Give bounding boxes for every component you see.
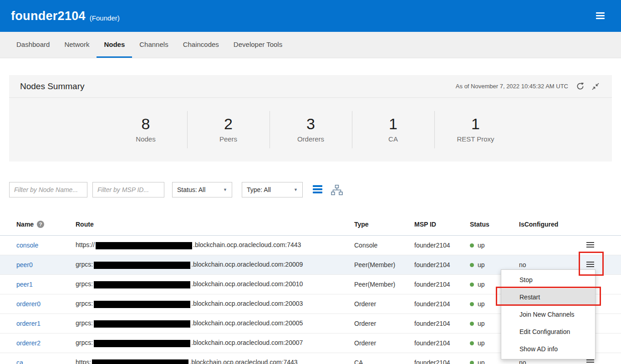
route-prefix: grpcs: xyxy=(76,339,93,346)
node-msp-id: founder2104 xyxy=(414,339,470,347)
chevron-down-icon: ▼ xyxy=(223,187,227,192)
node-route: https://.blockchain.ocp.oraclecloud.com:… xyxy=(76,241,354,249)
node-name-link[interactable]: peer0 xyxy=(16,261,76,268)
status-up-dot xyxy=(470,283,474,287)
type-filter-select[interactable]: Type: All ▼ xyxy=(242,182,303,197)
node-route: grpcs:.blockchain.ocp.oraclecloud.com:20… xyxy=(76,319,354,327)
node-actions-context-menu: Stop Restart Join New Channels Edit Conf… xyxy=(501,269,596,359)
as-of-timestamp: As of November 7, 2022 10:45:32 AM UTC xyxy=(456,83,568,90)
tab-developer-tools[interactable]: Developer Tools xyxy=(226,32,290,58)
panel-title: Nodes Summary xyxy=(20,81,85,91)
node-msp-id: founder2104 xyxy=(414,281,470,288)
nodes-summary-header: Nodes Summary As of November 7, 2022 10:… xyxy=(9,75,612,98)
menu-item-restart[interactable]: Restart xyxy=(501,288,595,306)
status-text: up xyxy=(478,281,485,288)
stat-peers-label: Peers xyxy=(188,135,270,143)
status-text: up xyxy=(478,242,485,249)
node-type: Orderer xyxy=(354,320,414,327)
chevron-down-icon: ▼ xyxy=(294,187,298,192)
column-header-msp-id: MSP ID xyxy=(414,221,470,228)
route-prefix: grpcs: xyxy=(76,261,93,268)
table-row: console https://.blockchain.ocp.oraclecl… xyxy=(0,236,621,255)
route-suffix: .blockchain.ocp.oraclecloud.com:7443 xyxy=(193,241,301,248)
node-name-link[interactable]: orderer1 xyxy=(16,320,76,327)
node-name-link[interactable]: peer1 xyxy=(16,281,76,288)
stat-rest-proxy-label: REST Proxy xyxy=(435,135,517,143)
node-msp-id: founder2104 xyxy=(414,261,470,268)
node-msp-id: founder2104 xyxy=(414,242,470,249)
route-suffix: .blockchain.ocp.oraclecloud.com:20007 xyxy=(191,339,303,346)
tab-dashboard[interactable]: Dashboard xyxy=(9,32,57,58)
stat-nodes-value: 8 xyxy=(105,115,187,133)
row-actions-menu-icon[interactable] xyxy=(586,242,594,249)
status-text: up xyxy=(478,320,485,327)
stat-nodes-label: Nodes xyxy=(105,135,187,143)
collapse-panel-icon[interactable] xyxy=(590,81,601,92)
summary-stats: 8 Nodes 2 Peers 3 Orderers 1 CA 1 REST P… xyxy=(9,98,612,162)
refresh-icon[interactable] xyxy=(575,81,585,92)
tab-chaincodes[interactable]: Chaincodes xyxy=(176,32,226,58)
list-view-icon[interactable] xyxy=(313,185,322,195)
status-up-dot xyxy=(470,341,474,345)
stat-ca: 1 CA xyxy=(352,111,434,149)
menu-item-show-ad-info[interactable]: Show AD info xyxy=(501,340,595,358)
column-header-route: Route xyxy=(76,221,354,228)
stat-ca-value: 1 xyxy=(352,115,434,133)
node-name-link[interactable]: ca xyxy=(16,359,76,364)
menu-item-stop[interactable]: Stop xyxy=(501,271,595,288)
stat-peers-value: 2 xyxy=(188,115,270,133)
node-msp-id: founder2104 xyxy=(414,359,470,364)
route-prefix: grpcs: xyxy=(76,319,93,327)
topology-view-icon[interactable] xyxy=(331,185,343,195)
status-text: up xyxy=(478,339,485,347)
column-header-isconfigured: IsConfigured xyxy=(519,221,575,228)
filter-bar: Status: All ▼ Type: All ▼ xyxy=(9,182,621,197)
row-actions-menu-icon[interactable] xyxy=(586,359,594,364)
global-menu-icon[interactable] xyxy=(596,12,605,20)
stat-nodes: 8 Nodes xyxy=(105,111,187,149)
route-prefix: grpcs: xyxy=(76,280,93,288)
row-actions-menu-icon[interactable] xyxy=(586,262,594,268)
app-subtitle: (Founder) xyxy=(90,10,120,22)
view-toggles xyxy=(313,185,343,195)
node-type: Orderer xyxy=(354,339,414,347)
status-up-dot xyxy=(470,322,474,326)
status-up-dot xyxy=(470,263,474,267)
stat-orderers: 3 Orderers xyxy=(270,111,352,149)
route-suffix: .blockchain.ocp.oraclecloud.com:20003 xyxy=(191,300,303,307)
status-text: up xyxy=(478,300,485,308)
nodes-summary-panel: Nodes Summary As of November 7, 2022 10:… xyxy=(9,75,612,162)
node-name-link[interactable]: orderer2 xyxy=(16,339,76,347)
status-filter-select[interactable]: Status: All ▼ xyxy=(172,182,232,197)
status-filter-value: Status: All xyxy=(177,186,205,193)
node-name-filter-input[interactable] xyxy=(9,182,87,197)
route-prefix: grpcs: xyxy=(76,300,93,307)
node-name-link[interactable]: console xyxy=(16,242,76,249)
node-status: up xyxy=(470,261,519,268)
column-header-type: Type xyxy=(354,221,414,228)
status-up-dot xyxy=(470,243,474,248)
redaction-bar xyxy=(94,262,190,269)
tab-network[interactable]: Network xyxy=(57,32,97,58)
redaction-bar xyxy=(94,301,190,308)
column-header-name: Name ? xyxy=(16,221,76,228)
stat-orderers-value: 3 xyxy=(270,115,352,133)
route-suffix: .blockchain.ocp.oraclecloud.com:20010 xyxy=(191,280,303,288)
type-filter-value: Type: All xyxy=(247,186,271,193)
column-header-name-label: Name xyxy=(16,221,34,228)
node-status: up xyxy=(470,242,519,249)
node-name-link[interactable]: orderer0 xyxy=(16,300,76,308)
msp-id-filter-input[interactable] xyxy=(92,182,164,197)
menu-item-join-new-channels[interactable]: Join New Channels xyxy=(501,306,595,323)
route-suffix: .blockchain.ocp.oraclecloud.com:20005 xyxy=(191,319,303,327)
app-header: founder2104 (Founder) xyxy=(0,0,621,32)
help-icon[interactable]: ? xyxy=(37,221,44,228)
stat-orderers-label: Orderers xyxy=(270,135,352,143)
route-prefix: https: xyxy=(76,359,91,364)
menu-item-edit-configuration[interactable]: Edit Configuration xyxy=(501,323,595,340)
status-up-dot xyxy=(470,361,474,364)
tab-channels[interactable]: Channels xyxy=(132,32,175,58)
app-title: founder2104 xyxy=(11,9,86,23)
tab-bar: Dashboard Network Nodes Channels Chainco… xyxy=(0,32,621,58)
tab-nodes[interactable]: Nodes xyxy=(97,32,132,58)
